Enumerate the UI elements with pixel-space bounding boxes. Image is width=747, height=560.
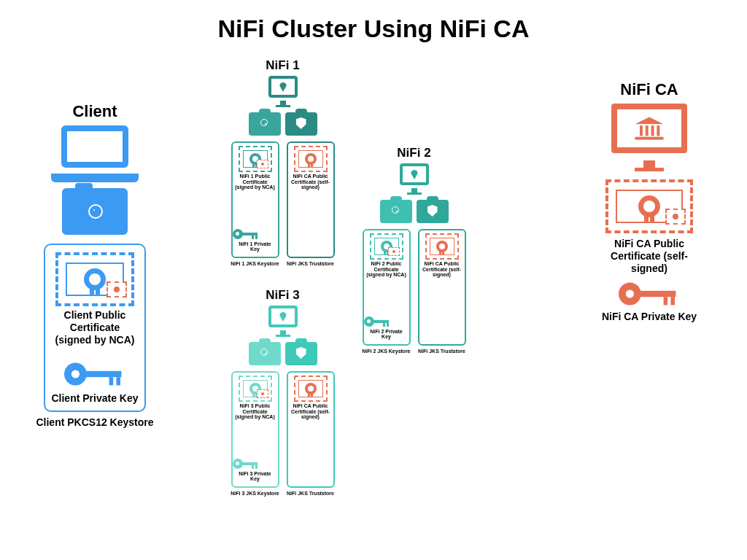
bank-icon <box>635 117 664 139</box>
certificate-stamp-icon <box>55 252 134 306</box>
drop-icon <box>279 312 287 322</box>
nifi-node-2: NiFi 2 NiFi 2 Public Certificate (signed… <box>357 146 471 354</box>
node-truststore-box: NiFi CA Public Certificate (self-signed) <box>287 141 335 258</box>
node-key-label: NiFi 2 Private Key <box>365 329 408 340</box>
certificate-stamp-icon <box>605 179 693 233</box>
ca-key-label: NiFi CA Private Key <box>584 311 715 323</box>
laptop-icon <box>51 125 139 182</box>
certificate-stamp-icon <box>239 376 272 402</box>
safe-icon <box>62 188 128 235</box>
monitor-icon <box>266 76 301 105</box>
node-keystore-box: NiFi 3 Public Certificate (signed by NCA… <box>231 371 279 488</box>
certificate-stamp-icon <box>239 146 272 172</box>
badge-icon <box>417 200 449 223</box>
badge-icon <box>285 342 317 365</box>
self-signed-stamp-icon <box>665 209 686 225</box>
node-cert-label: NiFi 1 Public Certificate (signed by NCA… <box>234 174 276 190</box>
safe-icon <box>380 200 412 223</box>
node-heading: NiFi 1 <box>226 58 339 73</box>
node-keystore-label: NiFi 1 JKS Keystore <box>231 261 279 267</box>
ca-heading: NiFi CA <box>584 80 715 99</box>
node-truststore-label: NiFi JKS Truststore <box>418 349 465 354</box>
node-keystore-box: NiFi 1 Public Certificate (signed by NCA… <box>231 141 279 258</box>
node-keystore-label: NiFi 3 JKS Keystore <box>231 491 279 497</box>
monitor-icon <box>605 104 693 168</box>
client-key-label: Client Private Key <box>51 392 138 405</box>
badge-icon <box>285 112 317 136</box>
client-keystore-label: Client PKCS12 Keystore <box>29 416 160 429</box>
signed-by-ca-stamp-icon <box>257 389 268 398</box>
client-section: Client Client Public Certificate (signed… <box>29 102 160 429</box>
node-heading: NiFi 3 <box>226 288 339 303</box>
ca-section: NiFi CA NiFi CA Public Certificate (self… <box>584 80 715 323</box>
key-icon <box>364 316 390 327</box>
certificate-stamp-icon <box>294 146 328 172</box>
certificate-stamp-icon <box>425 233 459 260</box>
certificate-stamp-icon <box>370 233 403 260</box>
signed-by-ca-stamp-icon <box>388 247 400 256</box>
safe-icon <box>249 342 281 365</box>
key-icon <box>233 228 259 240</box>
node-keystore-box: NiFi 2 Public Certificate (signed by NCA… <box>363 229 411 346</box>
nifi-node-1: NiFi 1 NiFi 1 Public Certificate (signed… <box>226 58 339 267</box>
node-keystore-label: NiFi 2 JKS Keystore <box>362 349 411 354</box>
signed-by-ca-stamp-icon <box>257 160 268 168</box>
drop-icon <box>279 82 287 92</box>
monitor-icon <box>397 163 432 192</box>
node-ca-cert-label: NiFi CA Public Certificate (self-signed) <box>290 174 332 190</box>
node-truststore-label: NiFi JKS Truststore <box>287 261 334 267</box>
diagram-title: NiFi Cluster Using NiFi CA <box>0 15 747 43</box>
key-icon <box>64 361 125 387</box>
client-cert-label: Client Public Certificate (signed by NCA… <box>51 309 139 346</box>
node-truststore-box: NiFi CA Public Certificate (self-signed) <box>287 371 335 488</box>
monitor-icon <box>266 306 301 335</box>
client-keystore-box: Client Public Certificate (signed by NCA… <box>44 244 146 412</box>
drop-icon <box>411 170 418 179</box>
node-cert-label: NiFi 3 Public Certificate (signed by NCA… <box>234 403 276 420</box>
node-truststore-label: NiFi JKS Truststore <box>287 491 334 497</box>
safe-icon <box>249 112 281 136</box>
node-ca-cert-label: NiFi CA Public Certificate (self-signed) <box>290 403 332 420</box>
certificate-stamp-icon <box>294 376 328 402</box>
client-heading: Client <box>29 102 160 121</box>
ca-cert-label: NiFi CA Public Certificate (self-signed) <box>595 238 704 274</box>
node-ca-cert-label: NiFi CA Public Certificate (self-signed) <box>421 261 463 278</box>
key-icon <box>233 458 259 470</box>
node-key-label: NiFi 3 Private Key <box>234 471 276 482</box>
signed-by-ca-stamp-icon <box>107 281 127 298</box>
node-truststore-box: NiFi CA Public Certificate (self-signed) <box>418 229 466 346</box>
nifi-node-3: NiFi 3 NiFi 3 Public Certificate (signed… <box>226 288 339 497</box>
node-heading: NiFi 2 <box>357 146 471 160</box>
node-key-label: NiFi 1 Private Key <box>234 241 276 252</box>
key-icon <box>619 281 680 307</box>
node-cert-label: NiFi 2 Public Certificate (signed by NCA… <box>365 261 408 278</box>
